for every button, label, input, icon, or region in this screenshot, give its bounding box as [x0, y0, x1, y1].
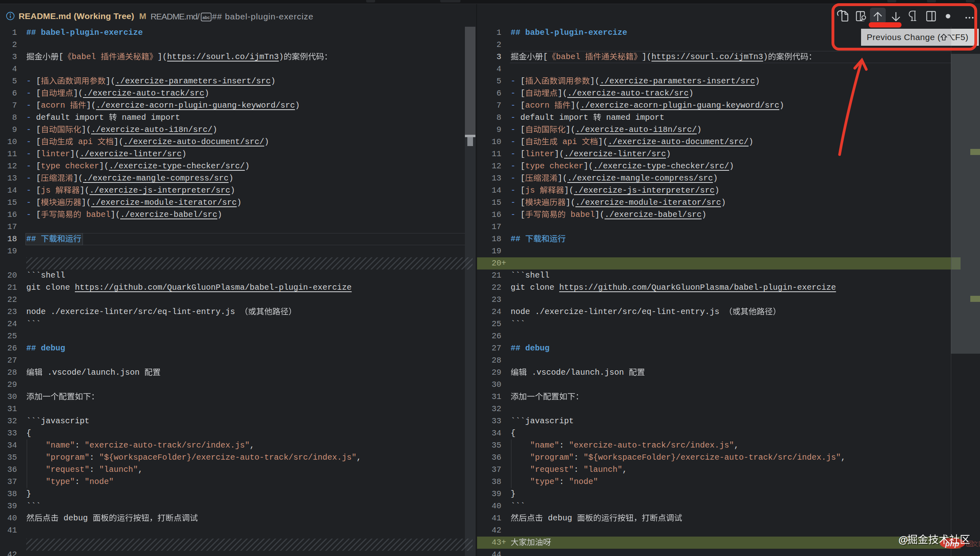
svg-text:@: @: [899, 534, 908, 545]
svg-text:abc: abc: [202, 15, 210, 20]
